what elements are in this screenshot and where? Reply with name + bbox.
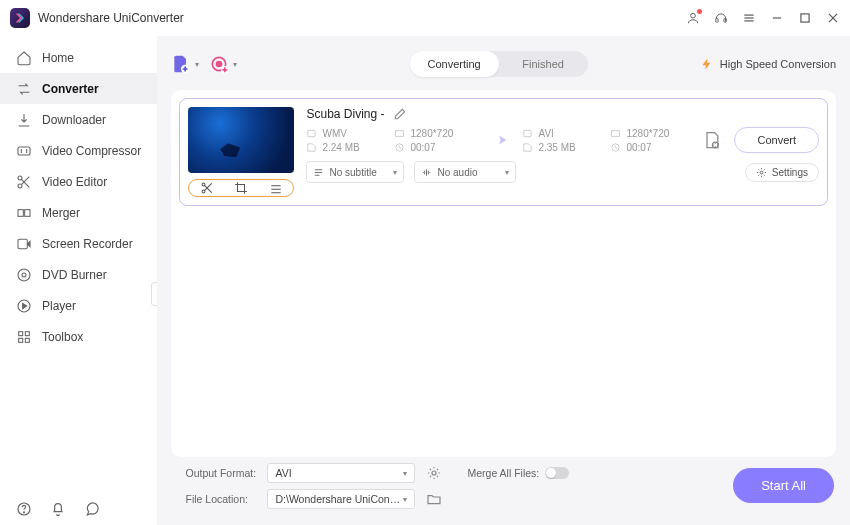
video-thumbnail[interactable] bbox=[188, 107, 294, 173]
audio-icon bbox=[421, 167, 432, 178]
high-speed-toggle[interactable]: High Speed Conversion bbox=[700, 57, 836, 71]
bolt-icon bbox=[700, 57, 714, 71]
maximize-button[interactable] bbox=[798, 11, 812, 25]
chevron-down-icon: ▾ bbox=[393, 168, 397, 177]
sidebar-item-label: Home bbox=[42, 51, 74, 65]
src-size: 2.24 MB bbox=[306, 142, 366, 153]
svg-point-19 bbox=[22, 273, 26, 277]
svg-rect-7 bbox=[801, 14, 809, 22]
add-target-icon bbox=[209, 54, 229, 74]
download-icon bbox=[16, 112, 32, 128]
merger-icon bbox=[16, 205, 32, 221]
thumbnail-tools bbox=[188, 179, 294, 197]
effects-icon[interactable] bbox=[269, 181, 283, 195]
sidebar: Home Converter Downloader Video Compress… bbox=[0, 36, 157, 525]
sidebar-item-label: Video Editor bbox=[42, 175, 107, 189]
account-icon[interactable] bbox=[686, 11, 700, 25]
minimize-button[interactable] bbox=[770, 11, 784, 25]
item-title: Scuba Diving - bbox=[306, 107, 384, 121]
svg-rect-38 bbox=[308, 130, 315, 136]
cut-icon[interactable] bbox=[200, 181, 214, 195]
sidebar-item-label: Player bbox=[42, 299, 76, 313]
app-logo bbox=[10, 8, 30, 28]
subtitle-icon bbox=[313, 167, 324, 178]
svg-point-26 bbox=[24, 512, 25, 513]
dst-format: AVI bbox=[522, 128, 582, 139]
chevron-down-icon: ▾ bbox=[233, 60, 237, 69]
item-settings-button[interactable]: Settings bbox=[745, 163, 819, 182]
grid-icon bbox=[16, 329, 32, 345]
feedback-icon[interactable] bbox=[84, 501, 100, 517]
sidebar-item-player[interactable]: Player bbox=[0, 290, 157, 321]
svg-point-45 bbox=[760, 171, 763, 174]
sidebar-item-merger[interactable]: Merger bbox=[0, 197, 157, 228]
svg-point-12 bbox=[18, 184, 22, 188]
sidebar-item-editor[interactable]: Video Editor bbox=[0, 166, 157, 197]
output-settings-icon[interactable] bbox=[702, 130, 722, 150]
sidebar-item-compressor[interactable]: Video Compressor bbox=[0, 135, 157, 166]
convert-button[interactable]: Convert bbox=[734, 127, 819, 153]
svg-rect-41 bbox=[524, 130, 531, 136]
file-location-select[interactable]: D:\Wondershare UniConverter ▾ bbox=[267, 489, 415, 509]
add-target-button[interactable]: ▾ bbox=[209, 54, 237, 74]
svg-rect-10 bbox=[18, 147, 30, 155]
svg-rect-23 bbox=[19, 338, 23, 342]
help-icon[interactable] bbox=[16, 501, 32, 517]
svg-point-31 bbox=[202, 183, 205, 186]
sidebar-item-converter[interactable]: Converter bbox=[0, 73, 157, 104]
subtitle-select[interactable]: No subtitle ▾ bbox=[306, 161, 404, 183]
src-format: WMV bbox=[306, 128, 366, 139]
svg-rect-39 bbox=[396, 130, 404, 136]
sidebar-item-label: Converter bbox=[42, 82, 99, 96]
sidebar-item-label: Merger bbox=[42, 206, 80, 220]
file-location-label: File Location: bbox=[185, 493, 257, 505]
home-icon bbox=[16, 50, 32, 66]
dst-size: 2.35 MB bbox=[522, 142, 582, 153]
add-file-icon bbox=[171, 54, 191, 74]
titlebar: Wondershare UniConverter bbox=[0, 0, 850, 36]
menu-icon[interactable] bbox=[742, 11, 756, 25]
src-duration: 00:07 bbox=[394, 142, 454, 153]
src-resolution: 1280*720 bbox=[394, 128, 454, 139]
svg-rect-21 bbox=[19, 331, 23, 335]
converter-icon bbox=[16, 81, 32, 97]
add-file-button[interactable]: ▾ bbox=[171, 54, 199, 74]
sidebar-item-dvd[interactable]: DVD Burner bbox=[0, 259, 157, 290]
sidebar-item-downloader[interactable]: Downloader bbox=[0, 104, 157, 135]
app-title: Wondershare UniConverter bbox=[38, 11, 184, 25]
close-button[interactable] bbox=[826, 11, 840, 25]
svg-rect-1 bbox=[716, 19, 718, 22]
scissors-icon bbox=[16, 174, 32, 190]
arrow-right-icon bbox=[486, 129, 512, 151]
merge-toggle[interactable] bbox=[545, 467, 569, 479]
svg-point-11 bbox=[18, 176, 22, 180]
svg-rect-22 bbox=[25, 331, 29, 335]
svg-point-29 bbox=[217, 62, 222, 67]
sidebar-item-recorder[interactable]: Screen Recorder bbox=[0, 228, 157, 259]
recorder-icon bbox=[16, 236, 32, 252]
high-speed-label: High Speed Conversion bbox=[720, 58, 836, 70]
merge-label: Merge All Files: bbox=[467, 467, 539, 479]
sidebar-item-label: Video Compressor bbox=[42, 144, 141, 158]
start-all-button[interactable]: Start All bbox=[733, 468, 834, 503]
crop-icon[interactable] bbox=[234, 181, 248, 195]
headset-icon[interactable] bbox=[714, 11, 728, 25]
svg-point-18 bbox=[18, 269, 30, 281]
sidebar-item-label: Toolbox bbox=[42, 330, 83, 344]
edit-name-icon[interactable] bbox=[393, 107, 407, 121]
tab-converting[interactable]: Converting bbox=[410, 51, 499, 77]
sidebar-item-home[interactable]: Home bbox=[0, 42, 157, 73]
format-settings-icon[interactable] bbox=[425, 464, 443, 482]
output-format-label: Output Format: bbox=[185, 467, 257, 479]
open-folder-icon[interactable] bbox=[425, 490, 443, 508]
audio-select[interactable]: No audio ▾ bbox=[414, 161, 516, 183]
tab-finished[interactable]: Finished bbox=[499, 51, 588, 77]
compressor-icon bbox=[16, 143, 32, 159]
chevron-down-icon: ▾ bbox=[505, 168, 509, 177]
svg-point-46 bbox=[432, 471, 436, 475]
output-format-select[interactable]: AVI ▾ bbox=[267, 463, 415, 483]
sidebar-item-toolbox[interactable]: Toolbox bbox=[0, 321, 157, 352]
play-icon bbox=[16, 298, 32, 314]
svg-point-0 bbox=[691, 13, 696, 18]
bell-icon[interactable] bbox=[50, 501, 66, 517]
